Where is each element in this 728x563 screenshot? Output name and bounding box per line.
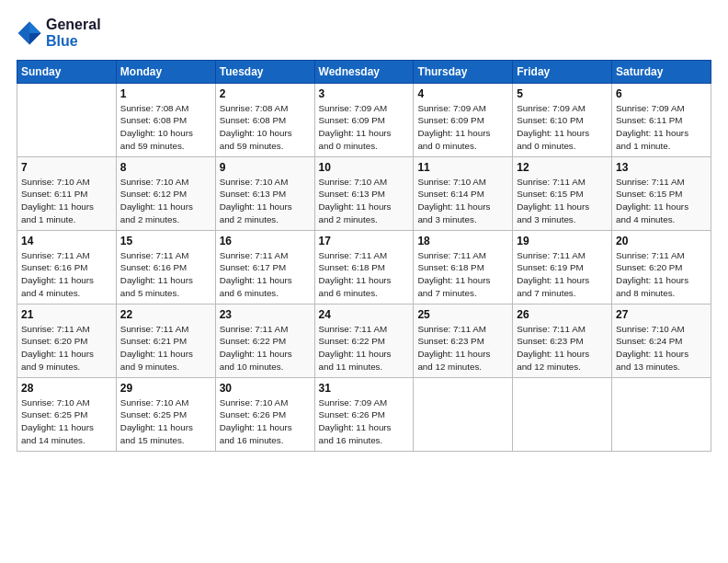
week-row-2: 14Sunrise: 7:11 AM Sunset: 6:16 PM Dayli… <box>17 230 711 304</box>
day-info: Sunrise: 7:11 AM Sunset: 6:18 PM Dayligh… <box>319 249 410 300</box>
day-info: Sunrise: 7:10 AM Sunset: 6:14 PM Dayligh… <box>417 176 508 226</box>
day-info: Sunrise: 7:11 AM Sunset: 6:22 PM Dayligh… <box>319 323 410 373</box>
day-info: Sunrise: 7:09 AM Sunset: 6:09 PM Dayligh… <box>417 102 508 153</box>
day-cell: 4Sunrise: 7:09 AM Sunset: 6:09 PM Daylig… <box>414 83 513 156</box>
day-info: Sunrise: 7:10 AM Sunset: 6:26 PM Dayligh… <box>220 396 311 447</box>
weekday-header-thursday: Thursday <box>414 60 513 83</box>
logo-icon <box>17 20 42 46</box>
weekday-header-sunday: Sunday <box>17 60 117 83</box>
day-cell: 16Sunrise: 7:11 AM Sunset: 6:17 PM Dayli… <box>215 230 314 304</box>
day-number: 23 <box>220 308 311 321</box>
day-number: 11 <box>417 161 508 174</box>
day-number: 3 <box>319 87 410 100</box>
day-cell: 22Sunrise: 7:11 AM Sunset: 6:21 PM Dayli… <box>116 304 215 377</box>
weekday-header-monday: Monday <box>116 60 215 83</box>
day-info: Sunrise: 7:08 AM Sunset: 6:08 PM Dayligh… <box>220 102 311 153</box>
day-number: 21 <box>21 308 112 321</box>
day-info: Sunrise: 7:09 AM Sunset: 6:26 PM Dayligh… <box>319 396 410 447</box>
day-cell: 27Sunrise: 7:10 AM Sunset: 6:24 PM Dayli… <box>612 304 711 377</box>
weekday-row: SundayMondayTuesdayWednesdayThursdayFrid… <box>17 60 711 83</box>
weekday-header-wednesday: Wednesday <box>314 60 414 83</box>
day-number: 5 <box>517 87 608 100</box>
page: General Blue SundayMondayTuesdayWednesda… <box>0 0 728 563</box>
day-cell: 6Sunrise: 7:09 AM Sunset: 6:11 PM Daylig… <box>612 83 711 156</box>
day-number: 12 <box>517 161 608 174</box>
day-info: Sunrise: 7:11 AM Sunset: 6:15 PM Dayligh… <box>616 176 707 226</box>
day-number: 25 <box>417 308 508 321</box>
weekday-header-friday: Friday <box>513 60 612 83</box>
day-cell: 5Sunrise: 7:09 AM Sunset: 6:10 PM Daylig… <box>513 83 612 156</box>
day-cell: 1Sunrise: 7:08 AM Sunset: 6:08 PM Daylig… <box>116 83 215 156</box>
day-cell <box>513 377 612 451</box>
day-cell: 21Sunrise: 7:11 AM Sunset: 6:20 PM Dayli… <box>17 304 117 377</box>
svg-marker-1 <box>29 22 40 33</box>
day-cell: 26Sunrise: 7:11 AM Sunset: 6:23 PM Dayli… <box>513 304 612 377</box>
week-row-0: 1Sunrise: 7:08 AM Sunset: 6:08 PM Daylig… <box>17 83 711 156</box>
weekday-header-saturday: Saturday <box>612 60 711 83</box>
day-cell: 18Sunrise: 7:11 AM Sunset: 6:18 PM Dayli… <box>414 230 513 304</box>
calendar-table: SundayMondayTuesdayWednesdayThursdayFrid… <box>17 60 711 452</box>
day-number: 16 <box>220 235 311 247</box>
day-number: 2 <box>220 87 311 100</box>
day-number: 10 <box>319 161 410 174</box>
day-number: 13 <box>616 161 707 174</box>
day-number: 29 <box>120 382 211 395</box>
day-info: Sunrise: 7:10 AM Sunset: 6:13 PM Dayligh… <box>220 176 311 226</box>
day-info: Sunrise: 7:09 AM Sunset: 6:09 PM Dayligh… <box>319 102 410 153</box>
day-number: 8 <box>120 161 211 174</box>
week-row-3: 21Sunrise: 7:11 AM Sunset: 6:20 PM Dayli… <box>17 304 711 377</box>
day-number: 18 <box>417 235 508 247</box>
day-info: Sunrise: 7:11 AM Sunset: 6:17 PM Dayligh… <box>220 249 311 300</box>
day-cell: 8Sunrise: 7:10 AM Sunset: 6:12 PM Daylig… <box>116 156 215 230</box>
svg-marker-2 <box>29 33 40 44</box>
day-info: Sunrise: 7:10 AM Sunset: 6:24 PM Dayligh… <box>616 323 707 373</box>
day-number: 4 <box>417 87 508 100</box>
day-cell: 14Sunrise: 7:11 AM Sunset: 6:16 PM Dayli… <box>17 230 117 304</box>
day-cell: 11Sunrise: 7:10 AM Sunset: 6:14 PM Dayli… <box>414 156 513 230</box>
day-number: 24 <box>319 308 410 321</box>
day-number: 19 <box>517 235 608 247</box>
day-info: Sunrise: 7:11 AM Sunset: 6:20 PM Dayligh… <box>21 323 112 373</box>
weekday-header-tuesday: Tuesday <box>215 60 314 83</box>
day-info: Sunrise: 7:10 AM Sunset: 6:12 PM Dayligh… <box>120 176 211 226</box>
header-area: General Blue <box>17 17 711 51</box>
day-info: Sunrise: 7:11 AM Sunset: 6:15 PM Dayligh… <box>517 176 608 226</box>
day-number: 14 <box>21 235 112 247</box>
day-info: Sunrise: 7:11 AM Sunset: 6:16 PM Dayligh… <box>21 249 112 300</box>
day-cell <box>414 377 513 451</box>
day-cell: 10Sunrise: 7:10 AM Sunset: 6:13 PM Dayli… <box>314 156 414 230</box>
day-number: 22 <box>120 308 211 321</box>
day-info: Sunrise: 7:10 AM Sunset: 6:25 PM Dayligh… <box>21 396 112 447</box>
day-number: 28 <box>21 382 112 395</box>
week-row-1: 7Sunrise: 7:10 AM Sunset: 6:11 PM Daylig… <box>17 156 711 230</box>
day-cell: 3Sunrise: 7:09 AM Sunset: 6:09 PM Daylig… <box>314 83 414 156</box>
day-number: 26 <box>517 308 608 321</box>
day-cell: 28Sunrise: 7:10 AM Sunset: 6:25 PM Dayli… <box>17 377 117 451</box>
day-cell: 7Sunrise: 7:10 AM Sunset: 6:11 PM Daylig… <box>17 156 117 230</box>
week-row-4: 28Sunrise: 7:10 AM Sunset: 6:25 PM Dayli… <box>17 377 711 451</box>
calendar-header: SundayMondayTuesdayWednesdayThursdayFrid… <box>17 60 711 83</box>
day-cell <box>17 83 117 156</box>
day-info: Sunrise: 7:10 AM Sunset: 6:11 PM Dayligh… <box>21 176 112 226</box>
day-info: Sunrise: 7:10 AM Sunset: 6:13 PM Dayligh… <box>319 176 410 226</box>
day-number: 31 <box>319 382 410 395</box>
day-info: Sunrise: 7:11 AM Sunset: 6:21 PM Dayligh… <box>120 323 211 373</box>
day-number: 17 <box>319 235 410 247</box>
day-cell: 9Sunrise: 7:10 AM Sunset: 6:13 PM Daylig… <box>215 156 314 230</box>
day-cell: 31Sunrise: 7:09 AM Sunset: 6:26 PM Dayli… <box>314 377 414 451</box>
day-number: 27 <box>616 308 707 321</box>
calendar-body: 1Sunrise: 7:08 AM Sunset: 6:08 PM Daylig… <box>17 83 711 451</box>
day-info: Sunrise: 7:09 AM Sunset: 6:11 PM Dayligh… <box>616 102 707 153</box>
day-number: 9 <box>220 161 311 174</box>
day-cell: 17Sunrise: 7:11 AM Sunset: 6:18 PM Dayli… <box>314 230 414 304</box>
day-info: Sunrise: 7:11 AM Sunset: 6:23 PM Dayligh… <box>517 323 608 373</box>
day-cell: 20Sunrise: 7:11 AM Sunset: 6:20 PM Dayli… <box>612 230 711 304</box>
day-info: Sunrise: 7:08 AM Sunset: 6:08 PM Dayligh… <box>120 102 211 153</box>
day-number: 20 <box>616 235 707 247</box>
day-cell: 15Sunrise: 7:11 AM Sunset: 6:16 PM Dayli… <box>116 230 215 304</box>
day-cell: 29Sunrise: 7:10 AM Sunset: 6:25 PM Dayli… <box>116 377 215 451</box>
day-info: Sunrise: 7:11 AM Sunset: 6:23 PM Dayligh… <box>417 323 508 373</box>
day-number: 15 <box>120 235 211 247</box>
day-cell: 25Sunrise: 7:11 AM Sunset: 6:23 PM Dayli… <box>414 304 513 377</box>
day-info: Sunrise: 7:11 AM Sunset: 6:22 PM Dayligh… <box>220 323 311 373</box>
